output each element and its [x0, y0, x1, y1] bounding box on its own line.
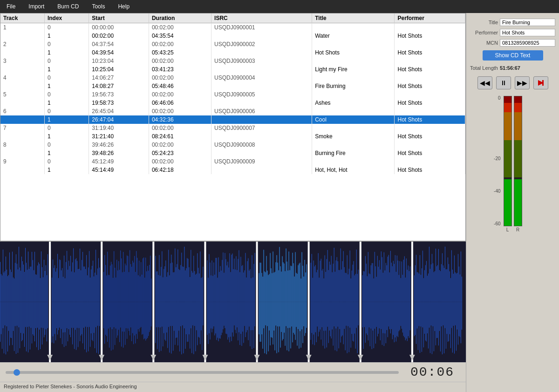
cell-16-3: 00:02:00 [149, 157, 211, 166]
cell-17-2: 45:14:49 [89, 166, 149, 174]
cell-8-0: 5 [0, 90, 44, 99]
cell-16-6 [395, 157, 465, 166]
cell-12-2: 31:19:40 [89, 124, 149, 132]
cell-11-2: 26:47:04 [89, 115, 149, 124]
cell-10-0: 6 [0, 107, 44, 115]
menu-burn-cd[interactable]: Burn CD [55, 2, 82, 11]
col-title: Title [312, 14, 395, 23]
cell-9-5: Ashes [312, 99, 395, 107]
cell-8-1: 0 [44, 90, 89, 99]
title-value: Fire Burning [500, 19, 555, 26]
menubar: File Import Burn CD Tools Help [0, 0, 559, 13]
cell-12-4: USQDJ0900007 [211, 124, 312, 132]
performer-label: Performer [470, 30, 498, 35]
cell-8-2: 19:56:73 [89, 90, 149, 99]
table-row[interactable]: 2004:37:5400:02:00USQDJ0900002 [0, 40, 465, 48]
cell-13-5: Smoke [312, 132, 395, 141]
cell-14-4: USQDJ0900008 [211, 141, 312, 149]
performer-value: Hot Shots [500, 29, 555, 36]
table-header-row: Track Index Start Duration ISRC Title Pe… [0, 14, 465, 23]
cell-5-0 [0, 65, 44, 74]
table-row[interactable]: 3010:23:0400:02:00USQDJ0900003 [0, 57, 465, 65]
table-row[interactable]: 5019:56:7300:02:00USQDJ0900005 [0, 90, 465, 99]
cell-11-0 [0, 115, 44, 124]
cell-14-2: 39:46:26 [89, 141, 149, 149]
title-row: Title Fire Burning [470, 19, 555, 26]
cell-0-2: 00:00:00 [89, 23, 149, 32]
menu-file[interactable]: File [4, 2, 18, 11]
cell-7-6: Hot Shots [395, 82, 465, 90]
table-row[interactable]: 139:48:2605:24:23Burning FireHot Shots [0, 149, 465, 157]
cell-14-3: 00:02:00 [149, 141, 211, 149]
total-length-row: Total Length 51:56:67 [470, 65, 555, 71]
menu-import[interactable]: Import [26, 2, 47, 11]
table-row[interactable]: 104:39:5405:43:25Hot ShotsHot Shots [0, 48, 465, 57]
col-track: Track [0, 14, 44, 23]
table-row[interactable]: 6026:45:0400:02:00USQDJ0900006 [0, 107, 465, 115]
cell-5-5: Light my Fire [312, 65, 395, 74]
cell-13-3: 08:24:61 [149, 132, 211, 141]
cell-3-6: Hot Shots [395, 48, 465, 57]
cell-15-2: 39:48:26 [89, 149, 149, 157]
table-row[interactable]: 145:14:4906:42:18Hot, Hot, HotHot Shots [0, 166, 465, 174]
table-row[interactable]: 110:25:0403:41:23Light my FireHot Shots [0, 65, 465, 74]
table-body: 1000:00:0000:02:00USQDJ0900001100:02:000… [0, 23, 465, 175]
left-panel: Track Index Start Duration ISRC Title Pe… [0, 13, 466, 392]
cell-16-4: USQDJ0900009 [211, 157, 312, 166]
table-row[interactable]: 119:58:7306:46:06AshesHot Shots [0, 99, 465, 107]
cell-10-2: 26:45:04 [89, 107, 149, 115]
table-row[interactable]: 1000:00:0000:02:00USQDJ0900001 [0, 23, 465, 32]
cell-16-0: 9 [0, 157, 44, 166]
track-table-container: Track Index Start Duration ISRC Title Pe… [0, 13, 466, 241]
record-button[interactable] [533, 76, 548, 89]
cell-3-1: 1 [44, 48, 89, 57]
waveform-container[interactable] [0, 241, 466, 362]
table-row[interactable]: 4014:06:2700:02:00USQDJ0900004 [0, 74, 465, 82]
cell-9-6: Hot Shots [395, 99, 465, 107]
cell-4-3: 00:02:00 [149, 57, 211, 65]
cell-11-3: 04:32:36 [149, 115, 211, 124]
table-row[interactable]: 7031:19:4000:02:00USQDJ0900007 [0, 124, 465, 132]
total-length-label: Total Length [470, 65, 498, 71]
cell-6-2: 14:06:27 [89, 74, 149, 82]
cell-12-6 [395, 124, 465, 132]
mcn-row: MCN 0813285908925 [470, 39, 555, 47]
playback-bar: 00:06 [0, 362, 466, 382]
cell-5-4 [211, 65, 312, 74]
cell-11-6: Hot Shots [395, 115, 465, 124]
cell-3-5: Hot Shots [312, 48, 395, 57]
table-row[interactable]: 126:47:0404:32:36CoolHot Shots [0, 115, 465, 124]
cell-15-1: 1 [44, 149, 89, 157]
cell-17-5: Hot, Hot, Hot [312, 166, 395, 174]
cell-2-3: 00:02:00 [149, 40, 211, 48]
statusbar: Registered to Pieter Stenekes - Sonoris … [0, 382, 466, 392]
table-row[interactable]: 8039:46:2600:02:00USQDJ0900008 [0, 141, 465, 149]
transport-controls: ◀◀ ⏸ ▶▶ [470, 76, 555, 89]
rewind-button[interactable]: ◀◀ [477, 76, 492, 89]
table-row[interactable]: 9045:12:4900:02:00USQDJ0900009 [0, 157, 465, 166]
cell-15-4 [211, 149, 312, 157]
cell-13-0 [0, 132, 44, 141]
progress-thumb[interactable] [14, 369, 20, 376]
cell-17-3: 06:42:18 [149, 166, 211, 174]
track-table: Track Index Start Duration ISRC Title Pe… [0, 14, 465, 174]
cell-7-5: Fire Burning [312, 82, 395, 90]
performer-row: Performer Hot Shots [470, 29, 555, 36]
col-duration: Duration [149, 14, 211, 23]
show-cd-text-button[interactable]: Show CD Text [483, 50, 543, 61]
menu-tools[interactable]: Tools [89, 2, 108, 11]
vu-scale-20: -20 [494, 156, 500, 161]
forward-button[interactable]: ▶▶ [515, 76, 530, 89]
cell-1-5: Water [312, 32, 395, 40]
menu-help[interactable]: Help [115, 2, 132, 11]
cell-7-4 [211, 82, 312, 90]
cell-0-5 [312, 23, 395, 32]
cell-3-2: 04:39:54 [89, 48, 149, 57]
progress-track[interactable] [6, 371, 399, 374]
table-row[interactable]: 114:08:2705:48:46Fire BurningHot Shots [0, 82, 465, 90]
pause-button[interactable]: ⏸ [496, 76, 511, 89]
cell-4-6 [395, 57, 465, 65]
table-row[interactable]: 131:21:4008:24:61SmokeHot Shots [0, 132, 465, 141]
table-row[interactable]: 100:02:0004:35:54WaterHot Shots [0, 32, 465, 40]
cell-13-6: Hot Shots [395, 132, 465, 141]
